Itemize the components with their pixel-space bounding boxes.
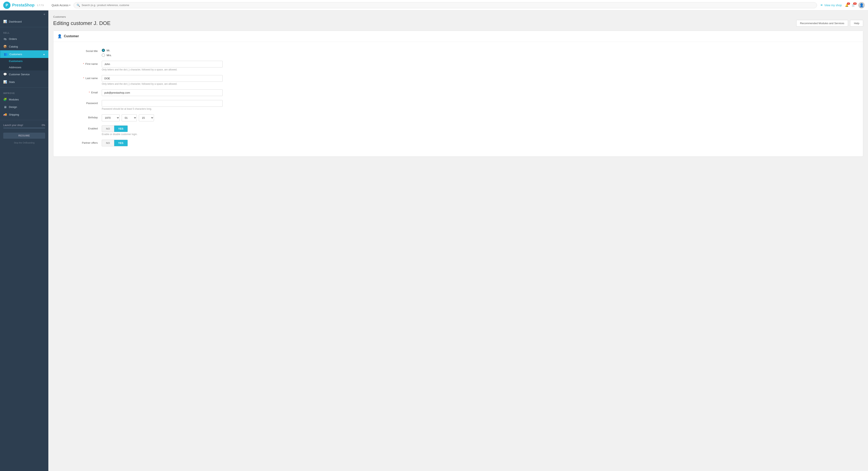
dashboard-label: Dashboard [9,20,22,23]
logo-icon: P [3,2,10,9]
search-icon: 🔍 [76,4,80,7]
app-logo-text: PrestaShop [12,3,34,7]
quick-access-menu[interactable]: Quick Access [52,4,70,7]
notifications-bell[interactable]: 🔔 7 [845,4,848,7]
social-title-controls: Mr. Mrs. [102,48,223,57]
partner-offers-yes-button[interactable]: YES [114,140,128,146]
launch-section: Launch your shop! 0% [0,122,49,131]
social-title-label: Social title [65,48,102,53]
enabled-yes-button[interactable]: YES [114,125,128,132]
logo-area: P PrestaShop 1.7.7.5 [3,2,52,9]
user-icon: 👤 [859,3,864,7]
sidebar: « 📊 Dashboard SELL 🛍 Orders 📦 Catalog 👥 … [0,10,49,471]
main-content: Customers Editing customer J. DOE Recomm… [49,10,868,471]
search-bar[interactable]: 🔍 [73,2,817,8]
partner-offers-wrap: NO YES [102,140,223,146]
form-body: Social title Mr. Mrs. [53,42,863,157]
partner-offers-label: Partner offers [65,140,102,144]
last-name-required-star: * [83,77,84,80]
partner-offers-group: Partner offers NO YES [65,140,851,146]
radio-mr-input[interactable] [102,49,105,52]
sidebar-item-customers-list[interactable]: Customers [0,58,49,64]
cart-icon-button[interactable]: 🛒 13 [852,4,855,7]
view-shop-label: View my shop [824,4,842,7]
shipping-icon: 🚚 [3,113,7,116]
sidebar-item-modules[interactable]: 🧩 Modules [0,96,49,103]
sidebar-item-customer-service[interactable]: 💬 Customer Service [0,70,49,78]
birthday-group: Birthday 1970 01 15 [65,114,851,122]
stats-label: Stats [9,80,15,83]
birthday-wrap: 1970 01 15 [102,114,223,122]
password-group: Password Password should be at least 5 c… [65,100,851,110]
shipping-label: Shipping [9,113,19,116]
recommended-modules-button[interactable]: Recommended Modules and Services [796,20,848,27]
header-actions: Recommended Modules and Services Help [796,20,863,27]
email-label: * Email [65,89,102,94]
help-button[interactable]: Help [850,20,863,27]
bell-badge: 7 [847,2,850,5]
enabled-hint: Enable or disable customer login. [102,133,223,136]
page-header: Editing customer J. DOE Recommended Modu… [53,20,863,27]
radio-mrs[interactable]: Mrs. [102,54,223,57]
launch-label: Launch your shop! 0% [3,124,45,127]
sidebar-collapse-button[interactable]: « [0,10,49,18]
email-required-star: * [89,91,90,94]
right-icons: 👁 View my shop 🔔 7 🛒 13 👤 [820,2,865,8]
stop-onboarding-link[interactable]: Stop the OnBoarding [0,141,49,146]
birthday-year-select[interactable]: 1970 [102,114,120,122]
chevron-down-icon [69,4,70,6]
section-label-sell: SELL [0,29,49,35]
sidebar-item-dashboard[interactable]: 📊 Dashboard [0,18,49,25]
first-name-required-star: * [83,62,84,65]
last-name-hint: Only letters and the dot (.) character, … [102,82,223,85]
sidebar-item-addresses[interactable]: Addresses [0,64,49,70]
first-name-label: * First name [65,61,102,65]
resume-button[interactable]: RESUME [3,133,45,139]
quick-access-label: Quick Access [52,4,68,7]
modules-icon: 🧩 [3,98,7,101]
first-name-input[interactable] [102,61,223,67]
partner-offers-no-button[interactable]: NO [102,140,114,146]
sidebar-item-orders[interactable]: 🛍 Orders [0,35,49,43]
user-avatar[interactable]: 👤 [858,2,865,8]
radio-mrs-label: Mrs. [106,54,112,57]
birthday-day-select[interactable]: 15 [139,114,154,122]
sidebar-item-stats[interactable]: 📊 Stats [0,78,49,86]
birthday-selects: 1970 01 15 [102,114,223,122]
design-icon: 🖥 [3,105,7,109]
password-input[interactable] [102,100,223,107]
first-name-group: * First name Only letters and the dot (.… [65,61,851,71]
last-name-input[interactable] [102,75,223,82]
radio-mrs-input[interactable] [102,54,105,57]
birthday-label: Birthday [65,114,102,119]
customer-form-card: 👤 Customer Social title Mr. Mrs. [53,31,863,157]
view-shop-link[interactable]: 👁 View my shop [820,4,842,7]
enabled-wrap: NO YES Enable or disable customer login. [102,125,223,136]
customer-section-title: Customer [64,34,79,38]
email-input[interactable] [102,89,223,96]
page-title: Editing customer J. DOE [53,20,111,26]
radio-mr[interactable]: Mr. [102,49,223,52]
enabled-no-button[interactable]: NO [102,125,114,132]
customer-service-icon: 💬 [3,72,7,76]
radio-mr-label: Mr. [106,49,110,52]
top-navigation: P PrestaShop 1.7.7.5 Quick Access 🔍 👁 Vi… [0,0,868,10]
password-label: Password [65,100,102,105]
last-name-group: * Last name Only letters and the dot (.)… [65,75,851,85]
search-input[interactable] [82,4,814,7]
section-label-improve: IMPROVE [0,89,49,96]
customers-submenu: Customers Addresses [0,58,49,70]
birthday-month-select[interactable]: 01 [122,114,137,122]
stats-icon: 📊 [3,80,7,84]
orders-icon: 🛍 [3,37,7,41]
password-wrap: Password should be at least 5 characters… [102,100,223,110]
customer-service-label: Customer Service [9,73,30,76]
eye-icon: 👁 [820,4,823,7]
sidebar-item-design[interactable]: 🖥 Design [0,103,49,111]
first-name-wrap: Only letters and the dot (.) character, … [102,61,223,71]
sidebar-item-catalog[interactable]: 📦 Catalog [0,43,49,50]
enabled-toggle: NO YES [102,125,223,132]
sidebar-item-customers[interactable]: 👥 Customers ▲ [0,50,49,58]
orders-label: Orders [9,37,17,40]
sidebar-item-shipping[interactable]: 🚚 Shipping [0,111,49,119]
